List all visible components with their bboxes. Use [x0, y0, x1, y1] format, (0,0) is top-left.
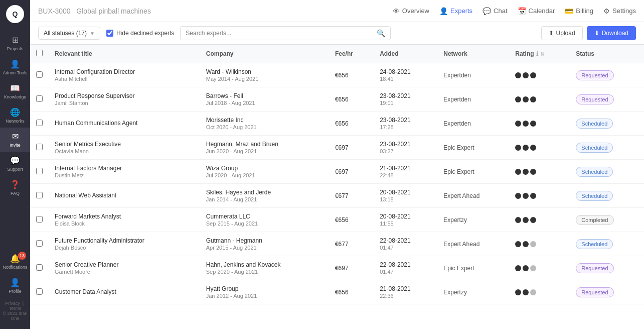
- row-checkbox[interactable]: [36, 264, 43, 271]
- status-badge: Requested: [576, 287, 613, 297]
- nav-chat[interactable]: 💬 Chat: [482, 7, 507, 15]
- sidebar-label-profile: Profile: [9, 289, 22, 294]
- row-checkbox[interactable]: [36, 168, 43, 174]
- download-button[interactable]: ⬇ Download: [587, 26, 636, 40]
- sidebar-item-admin-tools[interactable]: 👤 Admin Tools: [0, 55, 30, 79]
- nav-billing[interactable]: 💳 Billing: [565, 7, 593, 15]
- nav-experts[interactable]: 👤 Experts: [439, 7, 472, 15]
- expert-name: Eloisa Block: [55, 221, 194, 227]
- cell-fee: €656: [329, 208, 374, 232]
- project-id: BUX-3000: [38, 7, 71, 15]
- added-time: 03:27: [380, 148, 431, 154]
- company-filter-icon[interactable]: ≡: [235, 51, 238, 57]
- sidebar-item-notifications[interactable]: 13 🔔 Notifications: [0, 250, 30, 274]
- row-checkbox[interactable]: [36, 192, 43, 198]
- terms-link[interactable]: Terms: [9, 306, 22, 311]
- cell-network: Epic Expert: [437, 256, 509, 280]
- cell-status: Scheduled: [570, 136, 644, 160]
- network-name: Expertden: [443, 72, 471, 79]
- row-checkbox[interactable]: [36, 95, 43, 102]
- table-row: Senior Creative Planner Garnett Moore Ha…: [30, 256, 644, 280]
- cell-network: Epic Expert: [437, 160, 509, 184]
- rating-info-icon[interactable]: ℹ: [536, 51, 538, 57]
- cell-fee: €677: [329, 184, 374, 208]
- network-name: Expertzy: [443, 216, 467, 224]
- cell-network: Expertzy: [437, 208, 509, 232]
- row-checkbox[interactable]: [36, 71, 43, 78]
- cell-title: Human Communications Agent: [49, 112, 200, 136]
- fee-value: €656: [335, 289, 349, 296]
- row-checkbox[interactable]: [36, 144, 43, 150]
- cell-title: Senior Metrics Executive Octavia Mann: [49, 136, 200, 160]
- company-name: Wiza Group: [206, 165, 323, 172]
- download-label: Download: [602, 30, 628, 37]
- select-all-checkbox[interactable]: [36, 50, 43, 56]
- cell-rating: [509, 112, 570, 136]
- status-filter-label: All statuses (17): [44, 30, 87, 37]
- row-checkbox-cell: [30, 232, 49, 256]
- sidebar-item-faq[interactable]: ❓ FAQ: [0, 176, 30, 200]
- rating-dot: [530, 169, 536, 175]
- added-time: 13:18: [380, 196, 431, 202]
- privacy-link[interactable]: Privacy: [5, 301, 20, 306]
- settings-nav-icon: ⚙: [603, 7, 610, 15]
- row-checkbox[interactable]: [36, 216, 43, 223]
- chat-nav-icon: 💬: [482, 7, 491, 15]
- support-icon: 💬: [10, 156, 20, 165]
- status-filter-dropdown[interactable]: All statuses (17) ▼: [38, 27, 100, 40]
- sidebar-item-networks[interactable]: 🌐 Networks: [0, 103, 30, 128]
- added-time: 18:41: [380, 76, 431, 82]
- row-checkbox-cell: [30, 112, 49, 136]
- sidebar-item-projects[interactable]: ⊞ Projects: [0, 31, 30, 55]
- sidebar-item-knowledge[interactable]: 📖 Knowledge: [0, 79, 30, 103]
- search-input[interactable]: [186, 30, 377, 37]
- nav-overview-label: Overview: [402, 7, 429, 15]
- sidebar-label-knowledge: Knowledge: [4, 94, 27, 99]
- company-name: Morissette Inc: [206, 117, 323, 124]
- added-time: 01:47: [380, 269, 431, 275]
- table-row: National Web Assistant Skiles, Hayes and…: [30, 184, 644, 208]
- nav-settings[interactable]: ⚙ Settings: [603, 7, 636, 15]
- rating-dot: [530, 241, 536, 247]
- nav-calendar[interactable]: 📅 Calendar: [518, 7, 555, 15]
- hide-declined-label[interactable]: Hide declined experts: [106, 30, 174, 37]
- cell-added: 23-08-2021 19:01: [374, 87, 437, 112]
- company-dates: Jan 2014 - Aug 2021: [206, 196, 323, 202]
- hide-declined-checkbox[interactable]: [106, 30, 113, 37]
- row-checkbox[interactable]: [36, 240, 43, 247]
- company-name: Skiles, Hayes and Jerde: [206, 189, 323, 196]
- cell-fee: €656: [329, 280, 374, 304]
- added-date: 22-08-2021: [380, 261, 431, 268]
- cell-rating: [509, 63, 570, 87]
- company-name: Gutmann - Hegmann: [206, 237, 323, 244]
- nav-overview[interactable]: 👁 Overview: [393, 7, 429, 15]
- cell-network: Expertzy: [437, 280, 509, 304]
- sidebar-item-invite[interactable]: ✉ Invite: [0, 128, 30, 152]
- expert-title: Senior Creative Planner: [55, 261, 194, 268]
- cell-status: Requested: [570, 256, 644, 280]
- rating-dot: [515, 289, 521, 295]
- added-date: 24-08-2021: [380, 68, 431, 75]
- status-badge: Scheduled: [576, 119, 613, 129]
- sidebar-item-profile[interactable]: 👤 Profile: [0, 274, 30, 298]
- cell-status: Requested: [570, 87, 644, 112]
- rating-dot: [515, 241, 521, 247]
- row-checkbox[interactable]: [36, 120, 43, 126]
- search-icon: 🔍: [377, 29, 385, 37]
- sidebar-item-support[interactable]: 💬 Support: [0, 152, 30, 176]
- table-row: Human Communications Agent Morissette In…: [30, 112, 644, 136]
- notification-badge: 13: [18, 252, 26, 260]
- cell-status: Scheduled: [570, 232, 644, 256]
- network-filter-icon[interactable]: ≡: [469, 51, 472, 57]
- rating-dot: [515, 121, 521, 127]
- sidebar-label-support: Support: [7, 167, 23, 172]
- upload-button[interactable]: ⬆ Upload: [541, 26, 583, 40]
- company-dates: May 2014 - Aug 2021: [206, 76, 323, 82]
- company-dates: Jan 2012 - Aug 2021: [206, 293, 323, 299]
- title-filter-icon[interactable]: ≡: [94, 51, 97, 57]
- added-time: 22:36: [380, 293, 431, 299]
- row-checkbox[interactable]: [36, 288, 43, 295]
- rating-sort-icon[interactable]: ⇅: [540, 51, 544, 57]
- expert-title: Customer Data Analyst: [55, 288, 194, 295]
- expert-name: Dejah Bosco: [55, 245, 194, 251]
